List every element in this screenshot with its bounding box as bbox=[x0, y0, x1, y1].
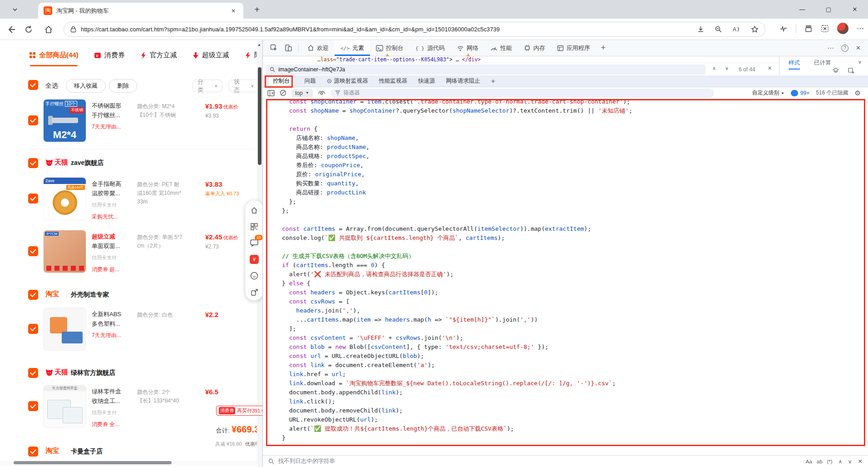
search-close-icon[interactable]: ✕ bbox=[858, 458, 863, 465]
clear-console-icon[interactable] bbox=[280, 89, 286, 96]
new-tab-button[interactable]: + bbox=[251, 4, 263, 15]
messages-badge[interactable]: 99+ bbox=[791, 90, 809, 96]
drawer-tab-0[interactable]: 控制台 bbox=[269, 76, 294, 86]
console-search-bar[interactable]: 找不到日志中的字符串 Aaab(*) ∧ ∨ ✕ bbox=[263, 455, 868, 467]
devtools-tab-1[interactable]: </>元素 bbox=[335, 40, 370, 56]
shop-name[interactable]: 卡曼盒子店 bbox=[71, 447, 103, 456]
find-input[interactable]: imageContainer--hftQe7Ja bbox=[266, 65, 705, 75]
drawer-tab-1[interactable]: 问题 bbox=[305, 77, 316, 85]
new-drawer-tab-icon[interactable]: + bbox=[491, 77, 495, 85]
refresh-icon[interactable] bbox=[24, 25, 34, 35]
shop-checkbox[interactable] bbox=[28, 290, 38, 300]
item-title[interactable]: 多色塑料... bbox=[92, 319, 137, 328]
cart-tab-3[interactable]: 超级立减 bbox=[192, 51, 229, 66]
scroll-up-icon[interactable]: ▲ bbox=[257, 43, 261, 47]
item-checkbox[interactable] bbox=[28, 401, 38, 411]
horizontal-scrollbar-thumb[interactable] bbox=[14, 461, 172, 464]
avatar[interactable] bbox=[837, 23, 848, 34]
zoom-out-icon[interactable] bbox=[715, 25, 722, 33]
browser-essentials-icon[interactable] bbox=[779, 25, 788, 33]
coupon-red-icon[interactable]: ¥ bbox=[246, 251, 262, 268]
devtools-help-icon[interactable]: ? bbox=[841, 45, 848, 52]
devtools-tab-0[interactable]: 欢迎 bbox=[301, 40, 335, 56]
live-expression-icon[interactable] bbox=[318, 90, 326, 96]
shop-checkbox[interactable] bbox=[28, 158, 38, 168]
search-next-icon[interactable]: ∨ bbox=[848, 458, 852, 465]
shop-name[interactable]: zave旗舰店 bbox=[71, 159, 104, 167]
address-bar[interactable]: https://cart.taobao.com/cart.htm?spm=a21… bbox=[64, 22, 765, 37]
item-title[interactable]: 单面双面... bbox=[92, 241, 137, 251]
drawer-tab-3[interactable]: 性能监视器 bbox=[379, 77, 408, 85]
console-sidebar-icon[interactable] bbox=[267, 90, 275, 96]
move-to-favorites-button[interactable]: 移入收藏 bbox=[66, 79, 106, 93]
item-title[interactable]: 手拧螺丝... bbox=[92, 110, 137, 120]
vertical-scrollbar-thumb[interactable] bbox=[258, 67, 261, 165]
product-image[interactable]: 手拧螺丝10个不锈钢M2*4 bbox=[44, 99, 86, 142]
item-title[interactable]: 收纳盒工... bbox=[92, 396, 137, 406]
devtools-tab-6[interactable]: 内存 bbox=[518, 40, 551, 56]
qrcode-icon[interactable] bbox=[246, 219, 262, 235]
shop-name[interactable]: 外壳制造专家 bbox=[71, 291, 109, 299]
chevron-down-icon[interactable]: ∨ bbox=[858, 59, 862, 65]
download-icon[interactable] bbox=[697, 25, 705, 33]
context-selector[interactable]: top ▼ bbox=[291, 89, 313, 97]
read-aloud-icon[interactable]: A bbox=[732, 25, 741, 33]
devtools-tab-3[interactable]: { }源代码 bbox=[409, 40, 451, 56]
item-title[interactable]: 温胶带聚... bbox=[92, 189, 137, 198]
select-all-checkbox[interactable] bbox=[28, 80, 38, 90]
maximize-icon[interactable]: ▢ bbox=[815, 0, 842, 19]
find-next-icon[interactable]: ∨ bbox=[725, 65, 729, 71]
shop-checkbox[interactable] bbox=[28, 447, 38, 457]
minimize-icon[interactable]: — bbox=[789, 0, 815, 19]
match-case-button[interactable]: Aa bbox=[806, 459, 812, 464]
feedback-icon[interactable] bbox=[246, 268, 262, 284]
product-image[interactable]: Zave高温160℃ bbox=[44, 178, 86, 220]
item-title[interactable]: 金手指耐高 bbox=[92, 179, 137, 189]
find-close-icon[interactable]: ✕ bbox=[768, 65, 772, 71]
close-icon[interactable]: ✕ bbox=[842, 0, 868, 19]
tab-styles[interactable]: 样式 bbox=[789, 59, 800, 70]
devtools-tab-7[interactable]: 应用程序 bbox=[551, 40, 596, 56]
product-image[interactable]: 长方形透明带盖 bbox=[44, 385, 86, 427]
browser-tab[interactable]: 淘 淘宝网 - 我的购物车 ✕ bbox=[38, 3, 243, 19]
devtools-tab-4[interactable]: 网络 bbox=[451, 40, 484, 56]
drawer-tab-2[interactable]: 源映射监视器 bbox=[327, 77, 368, 85]
tab-search-button[interactable] bbox=[7, 4, 23, 15]
home-icon[interactable] bbox=[44, 25, 54, 35]
shop-name[interactable]: 绿林官方旗舰店 bbox=[71, 369, 115, 377]
cart-tab-1[interactable]: ¥消费券 bbox=[94, 51, 125, 66]
whole-word-button[interactable]: ab bbox=[817, 459, 823, 464]
status-filter-select[interactable]: 状态∨ bbox=[229, 79, 259, 92]
devtools-tab-2[interactable]: 控制台 bbox=[370, 40, 409, 56]
item-checkbox[interactable] bbox=[28, 246, 38, 256]
shop-checkbox[interactable] bbox=[28, 368, 38, 378]
horizontal-scrollbar[interactable] bbox=[0, 461, 257, 465]
devtools-more-icon[interactable]: ⋯ bbox=[827, 44, 834, 52]
category-filter-select[interactable]: 分类∨ bbox=[192, 79, 222, 92]
tab-close-icon[interactable]: ✕ bbox=[229, 7, 238, 15]
share-icon[interactable] bbox=[246, 284, 262, 300]
inspect-element-icon[interactable] bbox=[266, 40, 281, 56]
product-image[interactable] bbox=[44, 308, 86, 350]
item-title[interactable]: 不锈钢圆形 bbox=[92, 101, 137, 110]
device-toolbar-icon[interactable] bbox=[281, 40, 296, 56]
messages-icon[interactable]: 10 bbox=[246, 235, 262, 251]
item-checkbox[interactable] bbox=[28, 194, 38, 204]
cart-tab-2[interactable]: 官方立减 bbox=[140, 51, 177, 66]
drawer-tab-4[interactable]: 快速源 bbox=[418, 77, 435, 85]
cart-tab-0[interactable]: 全部商品(44) bbox=[29, 51, 79, 66]
search-previous-icon[interactable]: ∧ bbox=[838, 458, 842, 465]
new-panel-icon[interactable]: + bbox=[596, 40, 611, 56]
product-image[interactable]: 5*7CM bbox=[44, 230, 86, 273]
extension-icon[interactable] bbox=[821, 25, 829, 33]
devtools-close-icon[interactable]: ✕ bbox=[856, 45, 861, 51]
more-options-icon[interactable]: ⋯ bbox=[857, 24, 864, 33]
console-filter-input[interactable]: 筛选器 bbox=[330, 89, 714, 98]
tab-computed[interactable]: 已计算 bbox=[814, 59, 831, 67]
back-to-top-icon[interactable] bbox=[246, 202, 262, 219]
cascade-layers-icon[interactable] bbox=[833, 68, 839, 74]
item-checkbox[interactable] bbox=[28, 115, 38, 125]
item-checkbox[interactable] bbox=[28, 324, 38, 334]
item-title[interactable]: 绿林零件盒 bbox=[92, 387, 137, 396]
log-level-selector[interactable]: 自定义级别 ▼ bbox=[752, 89, 784, 97]
